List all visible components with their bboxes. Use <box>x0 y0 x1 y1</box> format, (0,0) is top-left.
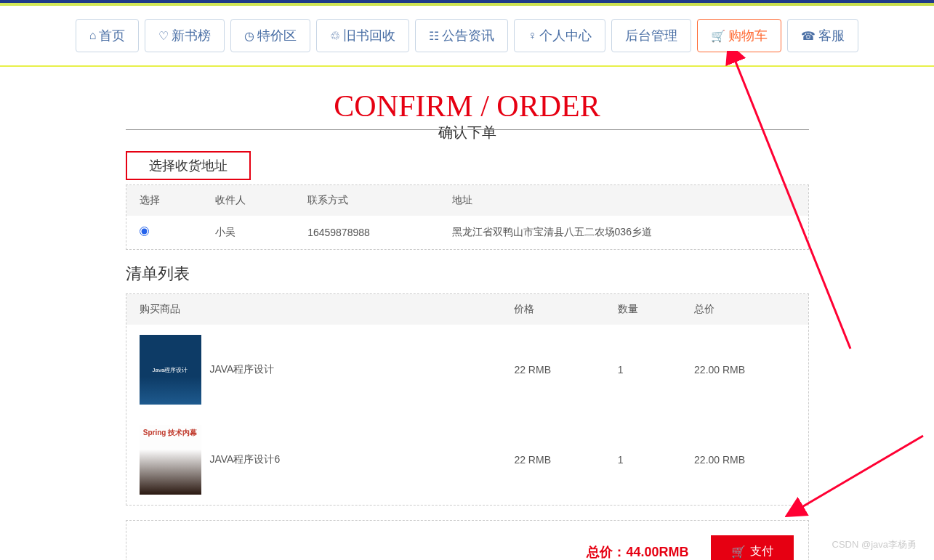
cart-icon: 🛒 <box>731 545 746 559</box>
tag-icon: ♡ <box>158 29 169 43</box>
book-cover: Java程序设计 <box>140 335 201 405</box>
item-qty: 1 <box>605 325 681 415</box>
page-title-en: CONFIRM / ORDER <box>126 89 809 123</box>
home-icon: ⌂ <box>89 29 97 42</box>
item-th-qty: 数量 <box>605 294 681 325</box>
addr-th-recipient: 收件人 <box>202 185 294 216</box>
pay-label: 支付 <box>750 544 773 559</box>
address-radio[interactable] <box>140 227 149 236</box>
cart-icon: 🛒 <box>711 29 725 43</box>
nav-recycle[interactable]: ♲旧书回收 <box>316 19 409 52</box>
nav-home-label: 首页 <box>99 27 125 44</box>
divider <box>126 129 809 130</box>
nav-service-label: 客服 <box>818 27 845 44</box>
nav-home[interactable]: ⌂首页 <box>76 19 140 52</box>
nav-cart[interactable]: 🛒购物车 <box>697 19 781 52</box>
nav-personal[interactable]: ♀个人中心 <box>514 19 605 52</box>
item-th-price: 价格 <box>501 294 604 325</box>
item-price: 22 RMB <box>501 415 604 505</box>
nav-admin[interactable]: 后台管理 <box>611 19 691 52</box>
nav-newbooks[interactable]: ♡新书榜 <box>145 19 225 52</box>
nav-service[interactable]: ☎客服 <box>787 19 858 52</box>
addr-th-select: 选择 <box>126 185 202 216</box>
address-recipient: 小吴 <box>202 216 294 249</box>
total-label: 总价： <box>587 545 626 559</box>
nav-special-label: 特价区 <box>257 27 297 44</box>
item-name: JAVA程序设计 <box>210 363 275 376</box>
page-title-cn: 确认下单 <box>430 123 505 142</box>
addr-th-contact: 联系方式 <box>294 185 438 216</box>
top-bar <box>0 0 934 6</box>
address-row: 小吴 16459878988 黑龙江省双鸭山市宝清县八五二农场036乡道 <box>126 216 808 249</box>
item-row: Spring 技术内幕 JAVA程序设计6 22 RMB 1 22.00 RMB <box>126 415 808 505</box>
nav-news-label: 公告资讯 <box>442 27 494 44</box>
item-th-total: 总价 <box>681 294 808 325</box>
nav-recycle-label: 旧书回收 <box>343 27 395 44</box>
item-name: JAVA程序设计6 <box>210 453 281 466</box>
total-text: 总价：44.00RMB <box>587 543 688 561</box>
nav-admin-label: 后台管理 <box>625 27 677 44</box>
item-qty: 1 <box>605 415 681 505</box>
content: CONFIRM / ORDER 确认下单 选择收货地址 选择 收件人 联系方式 … <box>111 89 824 560</box>
item-row: Java程序设计 JAVA程序设计 22 RMB 1 22.00 RMB <box>126 325 808 415</box>
nav-personal-label: 个人中心 <box>539 27 592 44</box>
news-icon: ☷ <box>429 29 439 43</box>
recycle-icon: ♲ <box>330 29 340 43</box>
footer-row: 总价：44.00RMB 🛒 支付 <box>126 520 809 560</box>
nav-news[interactable]: ☷公告资讯 <box>415 19 508 52</box>
headset-icon: ☎ <box>801 29 816 43</box>
item-th-product: 购买商品 <box>126 294 502 325</box>
total-value: 44.00RMB <box>626 545 688 559</box>
address-contact: 16459878988 <box>294 216 438 249</box>
clock-icon: ◷ <box>244 29 254 43</box>
address-section-label: 选择收货地址 <box>126 151 251 180</box>
item-total: 22.00 RMB <box>681 415 808 505</box>
item-table-wrap: 购买商品 价格 数量 总价 Java程序设计 JAVA程序设计 22 RMB 1 <box>126 293 809 506</box>
nav-cart-label: 购物车 <box>728 27 768 44</box>
address-table: 选择 收件人 联系方式 地址 小吴 16459878988 黑龙江省双鸭山市宝清… <box>126 185 808 249</box>
address-table-wrap: 选择 收件人 联系方式 地址 小吴 16459878988 黑龙江省双鸭山市宝清… <box>126 184 809 250</box>
address-address: 黑龙江省双鸭山市宝清县八五二农场036乡道 <box>439 216 808 249</box>
watermark: CSDN @java李杨勇 <box>832 538 917 551</box>
nav-newbooks-label: 新书榜 <box>172 27 211 44</box>
nav-special[interactable]: ◷特价区 <box>230 19 310 52</box>
addr-th-address: 地址 <box>439 185 808 216</box>
list-section-label: 清单列表 <box>126 263 809 285</box>
item-price: 22 RMB <box>501 325 604 415</box>
item-total: 22.00 RMB <box>681 325 808 415</box>
nav-bar: ⌂首页 ♡新书榜 ◷特价区 ♲旧书回收 ☷公告资讯 ♀个人中心 后台管理 🛒购物… <box>0 6 934 67</box>
book-cover: Spring 技术内幕 <box>140 425 201 495</box>
pay-button[interactable]: 🛒 支付 <box>711 535 794 560</box>
item-table: 购买商品 价格 数量 总价 Java程序设计 JAVA程序设计 22 RMB 1 <box>126 294 808 505</box>
user-icon: ♀ <box>528 29 536 42</box>
